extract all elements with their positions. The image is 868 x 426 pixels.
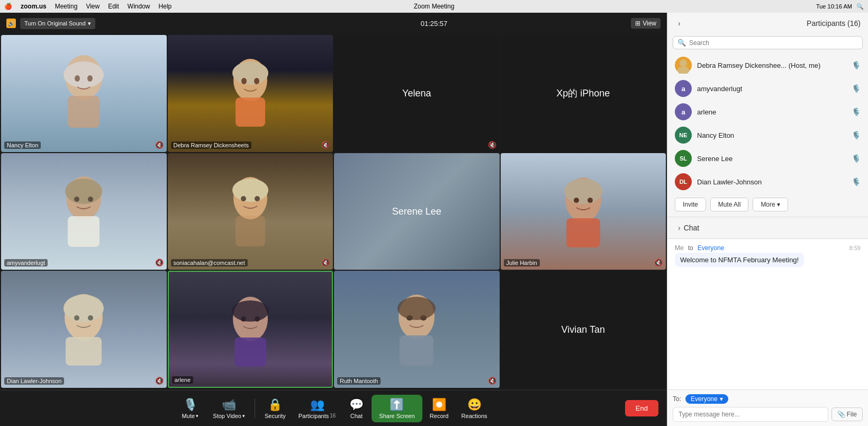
mic-icon-arlene: 🎙️ bbox=[852, 108, 861, 116]
cell-name-serene: Serene Lee bbox=[392, 206, 441, 217]
participants-search-box[interactable]: 🔍 bbox=[673, 36, 863, 49]
video-icon: 📹 bbox=[222, 398, 236, 412]
debra-face-svg bbox=[197, 46, 303, 141]
chevron-more-icon: ▾ bbox=[777, 201, 780, 208]
svg-point-50 bbox=[680, 59, 687, 67]
svg-point-51 bbox=[677, 66, 689, 74]
video-overlay-amy bbox=[1, 153, 167, 270]
menu-help[interactable]: Help bbox=[159, 3, 172, 10]
chat-button[interactable]: 💬 Chat bbox=[343, 396, 369, 421]
chat-to-line: To: Everyone ▾ bbox=[673, 394, 863, 404]
mute-icon-ruth: 🔇 bbox=[488, 377, 496, 385]
video-cell-nancy[interactable]: Nancy Elton 🔇 bbox=[1, 35, 167, 152]
mute-icon-julie: 🔇 bbox=[654, 259, 663, 267]
share-screen-icon: ⬆️ bbox=[390, 398, 404, 412]
participant-item-nancy[interactable]: NE Nancy Elton 🎙️ bbox=[667, 123, 868, 147]
end-button[interactable]: End bbox=[625, 400, 658, 416]
cell-label-ruth: Ruth Mantooth bbox=[337, 377, 381, 385]
chevron-down-icon: ▾ bbox=[88, 20, 91, 27]
share-screen-button[interactable]: ⬆️ Share Screen bbox=[372, 395, 422, 422]
svg-rect-31 bbox=[234, 338, 266, 367]
participant-item-dian[interactable]: DL Dian Lawler-Johnson 🎙️ bbox=[667, 170, 868, 193]
chevron-to-icon: ▾ bbox=[720, 395, 723, 403]
video-cell-amy[interactable]: amyvanderlugt 🔇 bbox=[1, 153, 167, 270]
cell-label-dian: Dian Lawler-Johnson bbox=[4, 377, 64, 385]
app-name[interactable]: zoom.us bbox=[21, 3, 47, 10]
video-overlay bbox=[1, 35, 167, 152]
turn-on-original-sound-button[interactable]: Turn On Original Sound ▾ bbox=[20, 18, 95, 29]
mic-icon-serene: 🎙️ bbox=[852, 154, 861, 163]
participant-item-arlene[interactable]: a arlene 🎙️ bbox=[667, 100, 868, 123]
security-button[interactable]: 🔒 Security bbox=[259, 396, 291, 421]
video-cell-xp[interactable]: Xp的 iPhone bbox=[501, 35, 666, 152]
svg-point-9 bbox=[254, 78, 259, 84]
menu-window[interactable]: Window bbox=[128, 3, 150, 10]
video-cell-yelena[interactable]: Yelena 🔇 bbox=[334, 35, 500, 152]
video-cell-serene[interactable]: Serene Lee bbox=[334, 153, 500, 270]
file-button[interactable]: 📎 File bbox=[831, 407, 863, 421]
participants-search-input[interactable] bbox=[689, 39, 858, 47]
menu-view[interactable]: View bbox=[86, 3, 100, 10]
sound-badge: 🔊 bbox=[6, 19, 16, 28]
mute-button[interactable]: 🎙️ Mute ▾ bbox=[175, 396, 205, 421]
toolbar-separator-1 bbox=[255, 399, 255, 418]
svg-point-34 bbox=[232, 300, 269, 322]
video-cell-ruth[interactable]: Ruth Mantooth 🔇 bbox=[334, 271, 500, 388]
topbar-timer: 01:25:57 bbox=[421, 20, 448, 28]
chat-time-0: 8:59 bbox=[849, 245, 861, 251]
participant-name-dian: Dian Lawler-Johnson bbox=[697, 178, 846, 186]
cell-label-sonia: soniacahalan@comcast.net bbox=[171, 259, 248, 267]
chat-to-select[interactable]: Everyone ▾ bbox=[685, 394, 728, 404]
mic-icon-dian: 🎙️ bbox=[852, 178, 861, 186]
svg-rect-27 bbox=[66, 337, 102, 366]
ruth-face-svg bbox=[364, 282, 469, 377]
chat-panel-title: Chat bbox=[684, 224, 700, 232]
svg-point-11 bbox=[65, 179, 102, 204]
svg-point-3 bbox=[75, 75, 80, 82]
chat-message-meta-0: Me to Everyone 8:59 bbox=[675, 244, 861, 252]
video-cell-debra[interactable]: Debra Ramsey Dickensheets 🔇 bbox=[168, 35, 333, 152]
mic-icon-amy: 🎙️ bbox=[852, 84, 861, 93]
participant-item-amy[interactable]: a amyvanderlugt 🎙️ bbox=[667, 77, 868, 100]
cell-label-amy: amyvanderlugt bbox=[4, 259, 48, 267]
cell-name-yelena: Yelena bbox=[402, 88, 431, 99]
record-button[interactable]: ⏺️ Record bbox=[424, 396, 454, 421]
mute-all-button[interactable]: Mute All bbox=[710, 198, 749, 211]
view-button[interactable]: ⊞ View bbox=[631, 18, 661, 29]
mute-icon-debra: 🔇 bbox=[321, 141, 330, 149]
chat-collapse-button[interactable]: › bbox=[675, 223, 684, 233]
participant-name-amy: amyvanderlugt bbox=[697, 85, 846, 93]
avatar-dian: DL bbox=[675, 173, 692, 190]
participants-collapse-button[interactable]: › bbox=[675, 18, 684, 29]
mute-icon-nancy: 🔇 bbox=[155, 141, 164, 149]
video-cell-dian[interactable]: Dian Lawler-Johnson 🔇 bbox=[1, 271, 167, 388]
apple-menu[interactable]: 🍎 bbox=[4, 3, 12, 10]
arlene-face-svg bbox=[197, 282, 303, 377]
svg-point-39 bbox=[397, 297, 436, 320]
cell-label-arlene: arlene bbox=[172, 376, 194, 384]
video-cell-arlene[interactable]: arlene bbox=[168, 271, 333, 388]
invite-button[interactable]: Invite bbox=[675, 198, 706, 211]
stop-video-button[interactable]: 📹 Stop Video ▾ bbox=[207, 396, 250, 421]
search-menubar-icon[interactable]: 🔍 bbox=[856, 3, 864, 10]
participants-button[interactable]: 👥 Participants 16 bbox=[293, 396, 341, 421]
video-overlay-sonia bbox=[168, 153, 333, 270]
video-cell-sonia[interactable]: soniacahalan@comcast.net 🔇 bbox=[168, 153, 333, 270]
svg-rect-17 bbox=[236, 216, 265, 246]
toolbar-center: 🎙️ Mute ▾ 📹 Stop Video ▾ bbox=[175, 395, 492, 422]
svg-point-13 bbox=[74, 197, 79, 202]
chat-input[interactable] bbox=[673, 407, 828, 422]
video-cell-julie[interactable]: Julie Harbin 🔇 bbox=[501, 153, 666, 270]
chat-message-0: Me to Everyone 8:59 Welcome to NFMTA Feb… bbox=[675, 244, 861, 267]
participant-item-debra[interactable]: Debra Ramsey Dickenshee... (Host, me) 🎙️ bbox=[667, 54, 868, 77]
svg-point-14 bbox=[88, 197, 93, 202]
reactions-button[interactable]: 😀 Reactions bbox=[456, 396, 493, 421]
svg-point-21 bbox=[564, 179, 602, 204]
more-button[interactable]: More ▾ bbox=[753, 198, 788, 211]
toolbar-right: End bbox=[617, 400, 658, 416]
menu-edit[interactable]: Edit bbox=[108, 3, 119, 10]
chat-panel-header: › Chat bbox=[667, 217, 868, 239]
menu-meeting[interactable]: Meeting bbox=[55, 3, 78, 10]
participant-item-serene[interactable]: SL Serene Lee 🎙️ bbox=[667, 147, 868, 170]
video-cell-vivian[interactable]: Vivian Tan bbox=[501, 271, 666, 388]
